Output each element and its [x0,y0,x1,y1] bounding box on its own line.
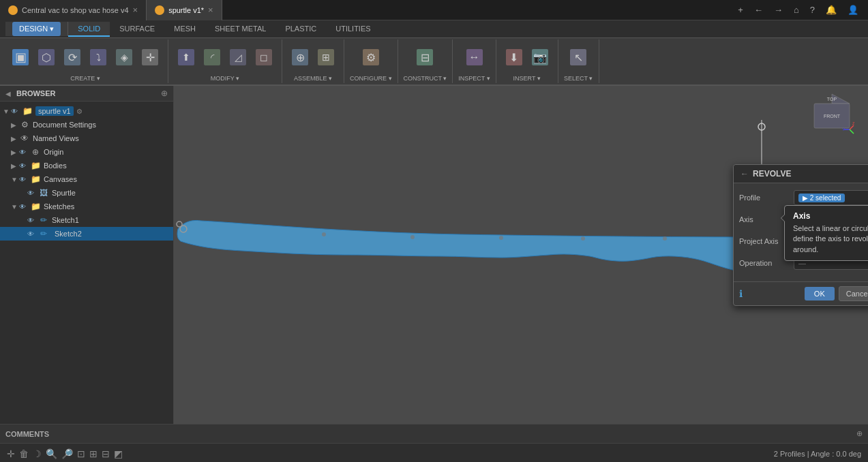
btn-construct[interactable]: ⊟ [413,42,437,72]
tree-arrow-sketches[interactable]: ▼ [11,203,19,211]
new-tab-btn[interactable]: + [735,3,746,16]
tree-item-spurtle[interactable]: ▼ 👁 📁 spurtle v1 ⚙ [0,104,173,118]
eye-sketch1[interactable]: 👁 [27,217,37,224]
svg-text:TOP: TOP [827,97,837,102]
tree-item-sketch1[interactable]: 👁 ✏ Sketch1 [0,213,173,227]
view-icon[interactable]: ◩ [114,448,123,459]
tab-sheet-metal[interactable]: SHEET METAL [205,22,275,37]
svg-text:Z: Z [852,121,854,125]
eye-canvases[interactable]: 👁 [19,176,29,183]
tab-utilities[interactable]: UTILITIES [326,22,380,37]
svg-line-19 [850,129,854,134]
info-icon[interactable]: ℹ [739,288,743,299]
notify-btn[interactable]: 🔔 [823,3,839,16]
btn-select[interactable]: ↖ [566,42,590,72]
user-btn[interactable]: 👤 [845,3,861,16]
viewcube-svg: TOP FRONT Z Y [810,93,854,137]
btn-rigid[interactable]: ⊞ [314,42,338,72]
tree-item-bodies[interactable]: ▶ 👁 📁 Bodies [0,159,173,172]
eye-spurtle-canvas[interactable]: 👁 [27,189,37,197]
btn-new-component[interactable]: ▣ [8,42,33,72]
group-select: ↖ SELECT ▾ [558,40,599,83]
inspect-buttons: ↔ [462,41,487,74]
forward-btn[interactable]: → [771,3,785,16]
browser-options-icon[interactable]: ⊕ [161,89,168,98]
tree-arrow-doc[interactable]: ▶ [11,121,19,129]
btn-insert1[interactable]: ⬇ [502,42,526,72]
tree-item-canvases[interactable]: ▼ 👁 📁 Canvases [0,172,173,186]
eye-sketch2[interactable]: 👁 [27,230,37,238]
collapse-icon[interactable]: ◀ [5,90,11,97]
svg-point-6 [499,236,503,240]
ribbon: DESIGN ▾ SOLID SURFACE MESH SHEET METAL … [0,20,868,86]
folder-icon-spurtle: 📁 [22,106,33,117]
tree-item-sketch2[interactable]: 👁 ✏ Sketch2 [0,227,173,241]
fit-icon[interactable]: ⊡ [77,448,85,459]
btn-loft[interactable]: ◈ [112,42,136,72]
btn-move[interactable]: ✛ [138,42,162,72]
status-icons: ✛ 🗑 ☽ 🔍 🔎 ⊡ ⊞ ⊟ ◩ [7,448,123,459]
tree-arrow-canvases[interactable]: ▼ [11,176,19,183]
btn-joint[interactable]: ⊕ [288,42,312,72]
tab-icon-2 [155,5,164,15]
svg-text:Y: Y [842,127,845,132]
cancel-button[interactable]: Cancel [839,286,868,301]
comments-expand-icon[interactable]: ⊕ [856,429,863,438]
tree-item-named-views[interactable]: ▶ 👁 Named Views [0,132,173,145]
eye-origin[interactable]: 👁 [19,149,29,156]
eye-sketches[interactable]: 👁 [19,203,29,211]
viewport[interactable]: ← REVOLVE Profile ▶ 2 selected × [174,86,868,424]
configure-icon: ⚙ [363,49,379,65]
home-btn[interactable]: ⌂ [791,3,802,16]
dialog-back-icon[interactable]: ← [740,169,749,179]
tree-arrow-views[interactable]: ▶ [11,135,19,142]
btn-sweep[interactable]: ⤵ [86,42,110,72]
grid2-icon[interactable]: ⊟ [102,448,110,459]
tab-solid[interactable]: SOLID [68,22,110,37]
spurtle-options[interactable]: ⚙ [76,108,83,115]
tab-surface[interactable]: SURFACE [110,22,164,37]
help-btn[interactable]: ? [807,3,818,16]
btn-configure[interactable]: ⚙ [359,42,383,72]
btn-revolve[interactable]: ⟳ [60,42,85,72]
trash-icon[interactable]: 🗑 [19,448,29,459]
btn-shell[interactable]: ◻ [252,42,276,72]
grid1-icon[interactable]: ⊞ [89,448,98,459]
move-icon: ✛ [142,49,158,65]
tree-arrow-origin[interactable]: ▶ [11,149,19,156]
tree-item-spurtle-canvas[interactable]: 👁 🖼 Spurtle [0,186,173,200]
eye-spurtle[interactable]: 👁 [11,108,20,115]
tab-label-2: spurtle v1* [168,6,204,14]
browser-panel: ◀ BROWSER ⊕ ▼ 👁 📁 spurtle v1 ⚙ ▶ ⚙ Docum… [0,86,174,424]
tab-plastic[interactable]: PLASTIC [275,22,326,37]
tab-central-vac[interactable]: Central vac to shop vac hose v4 × [0,0,147,20]
zoom-in-icon[interactable]: 🔎 [61,448,73,459]
tree-item-doc-settings[interactable]: ▶ ⚙ Document Settings [0,118,173,132]
svg-point-8 [663,236,667,241]
tab-mesh[interactable]: MESH [164,22,205,37]
eye-bodies[interactable]: 👁 [19,162,29,170]
tree-item-origin[interactable]: ▶ 👁 ⊕ Origin [0,145,173,159]
tree-arrow-bodies[interactable]: ▶ [11,162,19,170]
btn-canvas[interactable]: 📷 [528,42,552,72]
viewcube[interactable]: TOP FRONT Z Y [810,93,854,137]
ok-button[interactable]: OK [805,287,835,301]
tab-spurtle[interactable]: spurtle v1* × [147,0,222,20]
dialog-header: ← REVOLVE [734,165,868,183]
btn-fillet[interactable]: ◜ [200,42,224,72]
tree-item-sketches[interactable]: ▼ 👁 📁 Sketches [0,200,173,213]
modify-label: MODIFY ▾ [211,75,239,82]
orbit-icon[interactable]: ☽ [33,448,42,459]
tab-close-2[interactable]: × [208,5,213,15]
svg-text:FRONT: FRONT [824,114,841,119]
back-btn[interactable]: ← [751,3,766,16]
tree-arrow-spurtle[interactable]: ▼ [3,108,11,115]
btn-chamfer[interactable]: ◿ [226,42,250,72]
btn-extrude[interactable]: ⬡ [34,42,59,72]
zoom-out-icon[interactable]: 🔍 [46,448,57,459]
move-icon[interactable]: ✛ [7,448,15,459]
btn-press-pull[interactable]: ⬆ [174,42,198,72]
design-button[interactable]: DESIGN ▾ [12,22,61,36]
btn-measure[interactable]: ↔ [462,42,487,72]
tab-close-1[interactable]: × [133,5,138,15]
